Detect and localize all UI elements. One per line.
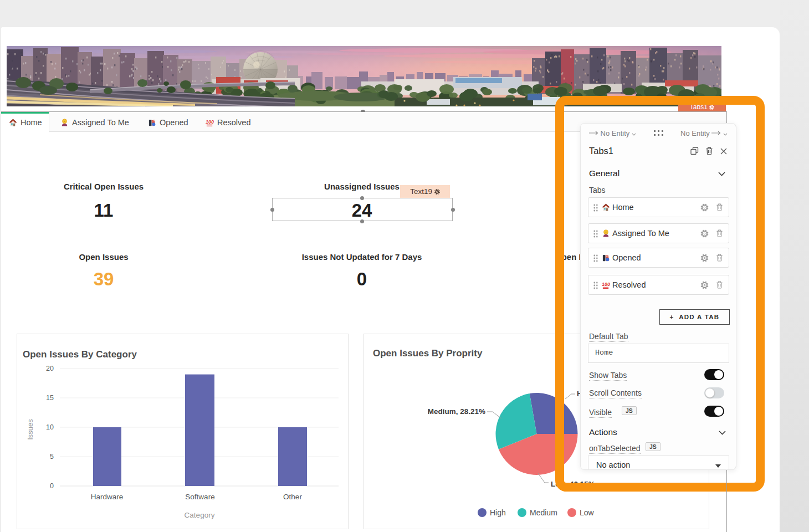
svg-text:Issues: Issues <box>26 419 34 440</box>
svg-text:20: 20 <box>46 365 54 372</box>
svg-text:10: 10 <box>46 423 54 431</box>
svg-text:0: 0 <box>50 482 54 490</box>
svg-text:Medium, 28.21%: Medium, 28.21% <box>428 407 485 416</box>
svg-text:Hardware: Hardware <box>91 493 124 501</box>
svg-text:15: 15 <box>46 394 54 402</box>
svg-text:5: 5 <box>50 453 54 461</box>
svg-text:Software: Software <box>185 493 214 501</box>
svg-text:Open Issues By Category: Open Issues By Category <box>23 349 137 360</box>
svg-text:Low: Low <box>580 508 595 517</box>
svg-text:Medium: Medium <box>530 508 557 517</box>
svg-text:High: High <box>490 508 506 517</box>
svg-text:Category: Category <box>185 511 215 519</box>
svg-text:Other: Other <box>283 493 302 501</box>
svg-text:Open Issues By Proprity: Open Issues By Proprity <box>373 348 483 359</box>
